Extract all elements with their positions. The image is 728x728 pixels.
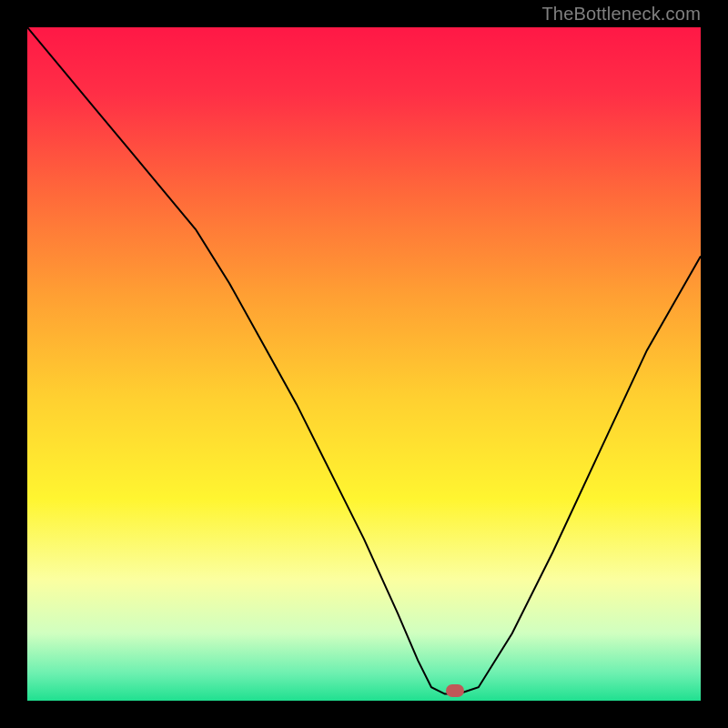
bottleneck-curve xyxy=(27,27,701,701)
optimal-marker xyxy=(446,684,464,697)
watermark-text: TheBottleneck.com xyxy=(541,4,701,25)
plot-area xyxy=(27,27,701,701)
chart-container: TheBottleneck.com xyxy=(0,0,728,728)
